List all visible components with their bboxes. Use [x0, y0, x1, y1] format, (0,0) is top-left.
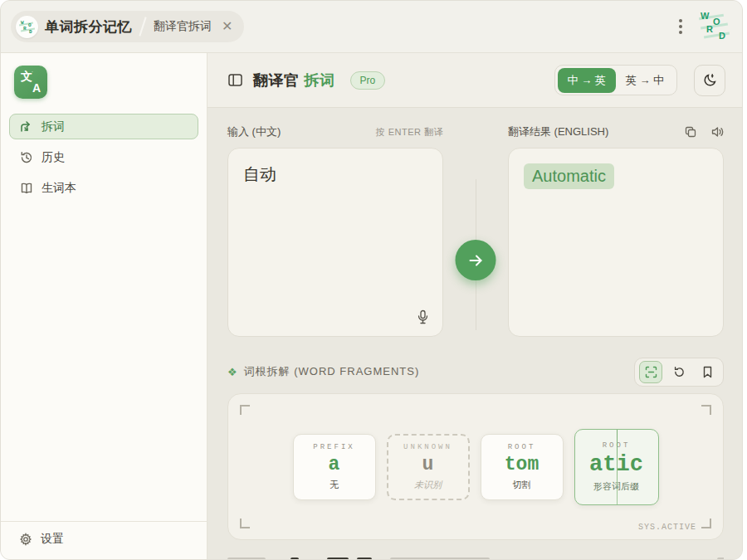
partial-next-section	[227, 556, 724, 560]
sidebar-item-label: 生词本	[42, 181, 76, 196]
sidebar-item-wordbook[interactable]: 生词本	[9, 175, 198, 201]
sidebar-toggle-icon[interactable]	[227, 72, 243, 88]
top-bar: WORD 单词拆分记忆 翻译官拆词 ✕ W O R D	[1, 1, 742, 53]
translate-app-icon: 文 ˙ A	[14, 66, 47, 99]
bookmark-icon	[702, 366, 713, 378]
fragment-card-prefix[interactable]: PREFIX a 无	[293, 434, 376, 500]
source-textarea[interactable]: 自动	[227, 148, 443, 337]
fragment-card-unknown[interactable]: UNKNOWN u 未识别	[387, 434, 470, 500]
sidebar-nav: 拆词 历史 生词本	[1, 114, 207, 201]
output-label: 翻译结果 (ENGLISH)	[508, 124, 608, 139]
speaker-icon[interactable]	[711, 126, 724, 138]
sidebar-item-label: 拆词	[42, 119, 65, 134]
fragments-toolbar	[634, 358, 724, 387]
scan-line	[617, 430, 618, 504]
fragments-panel: PREFIX a 无 UNKNOWN u 未识别 ROOT tom 切割	[227, 393, 724, 540]
gear-icon	[19, 533, 32, 546]
pro-badge: Pro	[350, 71, 386, 90]
reset-button[interactable]	[667, 361, 691, 383]
tab-separator	[139, 17, 146, 36]
enter-hint: 按 ENTER 翻译	[376, 126, 443, 139]
sidebar-item-split[interactable]: 拆词	[9, 114, 198, 139]
toggle-zh-to-en[interactable]: 中 → 英	[558, 68, 616, 93]
microphone-icon[interactable]	[417, 309, 429, 324]
close-tab-icon[interactable]: ✕	[222, 20, 232, 33]
result-box: Automatic	[508, 148, 724, 337]
main-panel: 翻译官拆词 Pro 中 → 英 英 → 中	[208, 53, 742, 560]
fragment-card-root-tom[interactable]: ROOT tom 切割	[481, 434, 564, 500]
main-content: 输入 (中文) 按 ENTER 翻译 翻译结果 (ENGLISH)	[208, 108, 742, 560]
fragments-label: 词根拆解 (WORD FRAGMENTS)	[244, 364, 420, 379]
arrow-right-icon	[467, 253, 484, 268]
sidebar: 文 ˙ A 拆词 历史	[1, 53, 208, 560]
theme-toggle-button[interactable]	[694, 65, 725, 96]
scan-mode-button[interactable]	[639, 361, 662, 383]
copy-icon[interactable]	[685, 126, 696, 138]
bookmark-button[interactable]	[696, 361, 719, 383]
app-title: 单词拆分记忆	[45, 17, 132, 37]
result-word[interactable]: Automatic	[524, 163, 614, 189]
book-icon	[20, 182, 33, 195]
page-title: 翻译官拆词	[253, 71, 335, 90]
tab-strip: WORD 单词拆分记忆 翻译官拆词 ✕	[11, 11, 244, 42]
sidebar-item-label: 历史	[42, 150, 65, 165]
input-label: 输入 (中文)	[227, 124, 281, 139]
sidebar-item-history[interactable]: 历史	[9, 144, 198, 170]
history-icon	[20, 151, 33, 164]
fragment-card-root-atic[interactable]: ROOT atic 形容词后缀	[574, 429, 659, 505]
rotate-ccw-icon	[673, 366, 686, 378]
main-header: 翻译官拆词 Pro 中 → 英 英 → 中	[208, 53, 742, 108]
center-column	[443, 148, 508, 337]
topbar-right: W O R D	[674, 9, 730, 44]
system-status: SYS.ACTIVE	[638, 523, 696, 532]
app-window: WORD 单词拆分记忆 翻译官拆词 ✕ W O R D 文 ˙ A	[0, 0, 743, 560]
fragments-header: ❖ 词根拆解 (WORD FRAGMENTS)	[227, 357, 724, 387]
fragments-icon: ❖	[227, 366, 237, 378]
app-mini-logo-icon: WORD	[16, 16, 38, 38]
tab-translator[interactable]: 翻译官拆词	[154, 19, 212, 34]
direction-toggle: 中 → 英 英 → 中	[554, 65, 677, 95]
moon-icon	[702, 72, 718, 88]
fragment-cards: PREFIX a 无 UNKNOWN u 未识别 ROOT tom 切割	[228, 394, 723, 539]
settings-label: 设置	[41, 532, 64, 547]
translate-button[interactable]	[456, 240, 496, 280]
source-text[interactable]: 自动	[243, 163, 427, 186]
word-logo: W O R D	[699, 9, 730, 44]
menu-kebab-icon[interactable]	[674, 16, 687, 37]
split-icon	[20, 120, 33, 134]
sidebar-item-settings[interactable]: 设置	[1, 521, 207, 560]
scan-icon	[645, 366, 657, 378]
toggle-en-to-zh[interactable]: 英 → 中	[616, 68, 674, 93]
